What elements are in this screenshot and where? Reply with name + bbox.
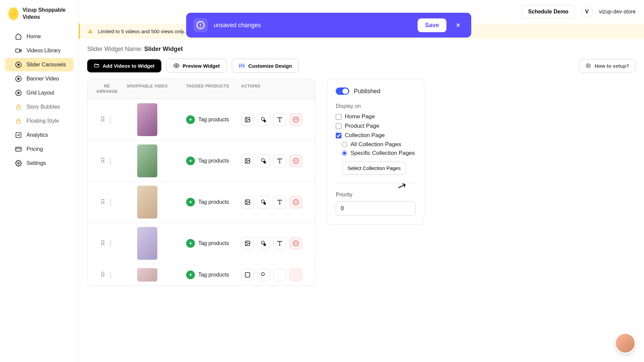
support-chat-avatar[interactable]: [615, 333, 636, 354]
select-collection-pages-button[interactable]: Select Collection Pages: [342, 162, 406, 175]
delete-action-button[interactable]: [289, 268, 302, 281]
lock-icon: [15, 118, 22, 124]
image-icon: [245, 158, 251, 164]
tag-products-button[interactable]: +Tag products: [174, 115, 241, 124]
customize-design-button[interactable]: Customize Design: [232, 59, 299, 73]
svg-point-39: [246, 160, 247, 160]
lock-icon: [15, 104, 22, 110]
delete-action-button[interactable]: [289, 237, 302, 250]
sidebar-item-videos-library[interactable]: Videos Library: [5, 44, 73, 57]
cta-action-button[interactable]: [257, 268, 270, 281]
home-page-checkbox[interactable]: Home Page: [336, 112, 416, 121]
sidebar-item-slider-carousels[interactable]: Slider Carousels: [5, 58, 73, 71]
cta-action-button[interactable]: [257, 237, 270, 250]
tag-products-button[interactable]: +Tag products: [174, 198, 241, 206]
remove-icon: [293, 117, 299, 123]
cta-action-button[interactable]: [257, 155, 270, 167]
column-header-shoppable-video: SHOPPABLE VIDEO: [120, 84, 174, 94]
svg-point-53: [246, 242, 247, 243]
save-button[interactable]: Save: [418, 18, 446, 32]
text-icon: [277, 272, 283, 278]
drag-handle[interactable]: ⠿ ⋮: [94, 157, 120, 165]
svg-point-25: [239, 65, 240, 66]
tag-products-button[interactable]: +Tag products: [174, 157, 241, 165]
how-to-setup-button[interactable]: How to setup?: [579, 59, 636, 72]
all-collection-radio[interactable]: All Collection Pages: [342, 140, 416, 149]
text-action-button[interactable]: [273, 113, 286, 126]
svg-rect-10: [16, 147, 21, 151]
plus-icon: +: [186, 115, 195, 124]
sidebar-item-home[interactable]: Home: [5, 30, 73, 43]
remove-icon: [293, 272, 299, 278]
sliders-icon: [239, 63, 245, 69]
cta-action-button[interactable]: [257, 113, 270, 126]
drag-handle[interactable]: ⠿ ⋮: [94, 271, 120, 279]
svg-point-15: [200, 26, 201, 27]
image-action-button[interactable]: [241, 196, 254, 208]
widget-title: Slider Widget Name: Slider Widget: [87, 46, 636, 53]
sidebar-item-analytics[interactable]: Analytics: [5, 128, 73, 142]
image-icon: [245, 117, 251, 123]
sidebar-item-label: Home: [26, 34, 41, 40]
column-header-tagged-products: TAGGED PRODUCTS: [174, 84, 241, 94]
video-thumbnail[interactable]: [120, 144, 174, 177]
remove-icon: [293, 199, 299, 205]
sidebar-item-label: Settings: [26, 160, 46, 166]
tag-products-button[interactable]: +Tag products: [174, 239, 241, 248]
sidebar-item-settings[interactable]: Settings: [5, 157, 73, 170]
svg-marker-6: [18, 92, 19, 94]
delete-action-button[interactable]: [289, 155, 302, 167]
text-action-button[interactable]: [273, 237, 286, 250]
cta-action-button[interactable]: [257, 196, 270, 208]
sidebar-item-grid-layout[interactable]: Grid Layout: [5, 86, 73, 100]
video-thumbnail[interactable]: [120, 268, 174, 282]
specific-collection-radio[interactable]: Specific Collection Pages: [342, 149, 416, 158]
tag-products-button[interactable]: +Tag products: [174, 270, 241, 279]
svg-marker-2: [18, 63, 19, 66]
text-icon: [277, 199, 283, 205]
play-circle-icon: [15, 75, 22, 82]
svg-point-27: [244, 66, 245, 67]
image-action-button[interactable]: [241, 268, 254, 281]
image-action-button[interactable]: [241, 113, 254, 126]
product-page-checkbox[interactable]: Product Page: [336, 121, 416, 131]
text-action-button[interactable]: [273, 155, 286, 167]
plus-icon: +: [186, 157, 195, 165]
svg-rect-59: [245, 273, 250, 277]
text-icon: [277, 240, 283, 246]
drag-handle[interactable]: ⠿ ⋮: [94, 198, 120, 206]
delete-action-button[interactable]: [289, 113, 302, 126]
video-thumbnail[interactable]: [120, 103, 174, 136]
home-icon: [15, 33, 22, 40]
close-toast-button[interactable]: [452, 19, 464, 31]
table-row: ⠿ ⋮ +Tag products: [88, 264, 315, 286]
table-row: ⠿ ⋮ +Tag products: [88, 182, 315, 223]
published-toggle[interactable]: [336, 87, 349, 95]
table-row: ⠿ ⋮ +Tag products: [88, 99, 315, 140]
user-avatar-initial[interactable]: V: [581, 6, 593, 18]
video-thumbnail[interactable]: [120, 227, 174, 260]
drag-handle[interactable]: ⠿ ⋮: [94, 239, 120, 247]
sidebar-item-pricing[interactable]: Pricing: [5, 142, 73, 156]
priority-input[interactable]: [336, 201, 416, 216]
published-label: Published: [354, 88, 380, 95]
image-action-button[interactable]: [241, 237, 254, 250]
schedule-demo-button[interactable]: Schedule Demo: [522, 5, 575, 18]
add-videos-button[interactable]: Add Videos to Widget: [87, 59, 161, 72]
collection-page-checkbox[interactable]: Collection Page: [336, 131, 416, 140]
text-action-button[interactable]: [273, 196, 286, 208]
video-thumbnail[interactable]: [120, 186, 174, 219]
sidebar-item-floating-style[interactable]: Floating Style: [5, 114, 73, 128]
display-on-label: Display on: [336, 103, 416, 109]
sidebar-item-story-bubbles[interactable]: Story Bubbles: [5, 100, 73, 114]
plus-icon: +: [186, 239, 195, 248]
sidebar-item-banner-video[interactable]: Banner Video: [5, 72, 73, 85]
drag-handle[interactable]: ⠿ ⋮: [94, 116, 120, 124]
svg-point-30: [588, 64, 589, 65]
text-action-button[interactable]: [273, 268, 286, 281]
preview-widget-button[interactable]: Preview Widget: [166, 59, 227, 73]
image-action-button[interactable]: [241, 155, 254, 167]
svg-rect-7: [17, 107, 20, 109]
delete-action-button[interactable]: [289, 196, 302, 208]
sidebar-item-label: Analytics: [26, 132, 48, 138]
